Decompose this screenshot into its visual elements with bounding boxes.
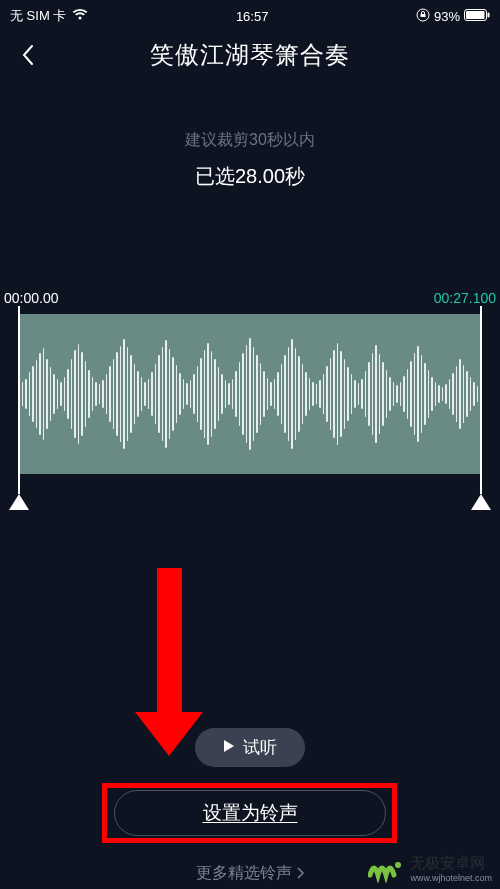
watermark-brand: 无极安卓网 <box>410 854 485 871</box>
end-time: 00:27.100 <box>434 290 496 306</box>
time-labels: 00:00.00 00:27.100 <box>0 290 500 306</box>
sim-status: 无 SIM 卡 <box>10 7 66 25</box>
more-ringtones-link[interactable]: 更多精选铃声 <box>196 863 304 884</box>
svg-point-4 <box>395 862 401 868</box>
trim-handle-left[interactable] <box>18 306 20 494</box>
watermark: 无极安卓网 www.wjhotelnet.com <box>368 854 492 883</box>
more-label: 更多精选铃声 <box>196 863 292 884</box>
chevron-left-icon <box>20 43 36 67</box>
status-right: 93% <box>416 8 490 25</box>
back-button[interactable] <box>14 41 42 69</box>
watermark-logo-icon <box>368 855 404 883</box>
status-bar: 无 SIM 卡 16:57 93% <box>0 0 500 28</box>
timeline: 00:00.00 00:27.100 <box>0 290 500 490</box>
waveform <box>18 314 482 474</box>
selected-duration: 已选28.00秒 <box>0 163 500 190</box>
annotation-arrow-head <box>135 712 203 756</box>
annotation-arrow-stem <box>157 568 182 718</box>
lock-rotation-icon <box>416 8 430 25</box>
svg-rect-3 <box>487 12 489 17</box>
wifi-icon <box>72 9 88 24</box>
header: 笑傲江湖琴箫合奏 <box>0 28 500 82</box>
trim-handle-right[interactable] <box>480 306 482 494</box>
chevron-right-icon <box>296 865 304 883</box>
watermark-text-wrap: 无极安卓网 www.wjhotelnet.com <box>410 854 492 883</box>
watermark-url: www.wjhotelnet.com <box>410 873 492 883</box>
start-time: 00:00.00 <box>4 290 59 306</box>
set-ringtone-button[interactable]: 设置为铃声 <box>114 790 386 836</box>
preview-button[interactable]: 试听 <box>195 728 305 767</box>
waveform-container[interactable] <box>0 314 500 474</box>
trim-hint: 建议裁剪30秒以内 <box>0 130 500 151</box>
battery-pct: 93% <box>434 9 460 24</box>
status-left: 无 SIM 卡 <box>10 7 88 25</box>
battery-icon <box>464 9 490 24</box>
set-ringtone-label: 设置为铃声 <box>203 800 298 826</box>
preview-label: 试听 <box>243 736 277 759</box>
svg-rect-2 <box>466 11 485 19</box>
page-title: 笑傲江湖琴箫合奏 <box>14 39 486 71</box>
play-icon <box>223 738 235 758</box>
clock: 16:57 <box>236 9 269 24</box>
